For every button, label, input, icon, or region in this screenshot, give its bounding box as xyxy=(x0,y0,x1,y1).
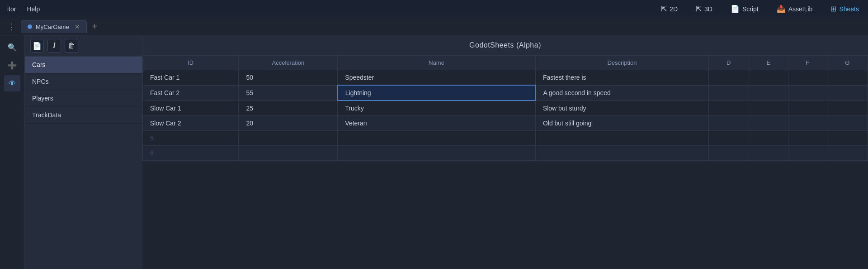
new-sheet-icon: 📄 xyxy=(33,42,42,50)
cell-r5-g[interactable] xyxy=(827,131,868,146)
plugin-toolbar: 📄 I 🗑 Cars NPCs Players TrackData xyxy=(25,35,142,269)
cell-r6-acc[interactable] xyxy=(239,146,338,161)
sheet-item-cars[interactable]: Cars xyxy=(25,57,142,73)
rename-button[interactable]: I xyxy=(47,39,61,53)
cell-r4-acc[interactable]: 20 xyxy=(239,116,338,131)
cell-r2-e[interactable] xyxy=(749,85,788,101)
add-node-icon-btn[interactable]: ➕ xyxy=(4,57,20,73)
cell-r6-f[interactable] xyxy=(788,146,827,161)
sheet-item-npcs[interactable]: NPCs xyxy=(25,73,142,90)
cell-r3-id[interactable]: Slow Car 1 xyxy=(143,101,239,116)
btn-3d-label: 3D xyxy=(704,5,712,13)
cell-r1-id[interactable]: Fast Car 1 xyxy=(143,70,239,86)
btn-2d-label: 2D xyxy=(670,5,678,13)
cell-r3-name[interactable]: Trucky xyxy=(338,101,536,116)
cell-r5-name[interactable] xyxy=(338,131,536,146)
cell-r5-f[interactable] xyxy=(788,131,827,146)
godotsheets-title: GodotSheets (Alpha) xyxy=(469,41,541,49)
cell-r6-rn[interactable]: 6 xyxy=(143,146,239,161)
cell-r4-e[interactable] xyxy=(749,116,788,131)
sheet-label-players: Players xyxy=(32,95,53,102)
btn-script[interactable]: 📄 Script xyxy=(727,3,762,15)
cell-r3-d[interactable] xyxy=(708,101,749,116)
cell-r2-name-editing[interactable] xyxy=(338,85,536,101)
cell-r1-e[interactable] xyxy=(749,70,788,86)
delete-button[interactable]: 🗑 xyxy=(65,39,78,53)
tab-close-button[interactable]: ✕ xyxy=(75,23,80,30)
cell-r4-f[interactable] xyxy=(788,116,827,131)
cell-r5-desc[interactable] xyxy=(535,131,708,146)
cell-r6-desc[interactable] xyxy=(535,146,708,161)
col-description: Description xyxy=(535,56,708,70)
table-header: ID Acceleration Name Description D E F G xyxy=(143,56,868,70)
table-row-empty: 5 xyxy=(143,131,868,146)
sheet-label-cars: Cars xyxy=(32,61,46,68)
cell-r3-g[interactable] xyxy=(827,101,868,116)
cell-r2-acc[interactable]: 55 xyxy=(239,85,338,101)
table-row: Fast Car 1 50 Speedster Fastest there is xyxy=(143,70,868,86)
cell-r4-desc[interactable]: Old but still going xyxy=(535,116,708,131)
table-row: Slow Car 2 20 Veteran Old but still goin… xyxy=(143,116,868,131)
menu-help[interactable]: Help xyxy=(25,5,42,14)
btn-assetlib-label: AssetLib xyxy=(788,5,813,13)
tab-bar: ⋮ MyCarGame ✕ + xyxy=(0,18,868,35)
cell-r6-name[interactable] xyxy=(338,146,536,161)
cell-r5-e[interactable] xyxy=(749,131,788,146)
cell-r1-d[interactable] xyxy=(708,70,749,86)
cell-r1-f[interactable] xyxy=(788,70,827,86)
col-acceleration: Acceleration xyxy=(239,56,338,70)
col-id: ID xyxy=(143,56,239,70)
cell-r2-desc[interactable]: A good second in speed xyxy=(535,85,708,101)
eye-icon-btn[interactable]: 👁 xyxy=(4,75,20,91)
cell-r2-f[interactable] xyxy=(788,85,827,101)
cell-editing-input[interactable] xyxy=(338,86,535,100)
table-row-empty: 6 xyxy=(143,146,868,161)
sheet-item-players[interactable]: Players xyxy=(25,90,142,107)
cell-r2-d[interactable] xyxy=(708,85,749,101)
top-bar-left: itor Help xyxy=(5,5,42,14)
cell-r1-acc[interactable]: 50 xyxy=(239,70,338,86)
sheets-icon: ⊞ xyxy=(830,5,836,13)
table-row: Slow Car 1 25 Trucky Slow but sturdy xyxy=(143,101,868,116)
cell-r6-g[interactable] xyxy=(827,146,868,161)
btn-sheets-label: Sheets xyxy=(839,5,859,13)
btn-assetlib[interactable]: 📥 AssetLib xyxy=(773,3,816,15)
btn-2d[interactable]: ⇱ 2D xyxy=(657,3,681,15)
top-bar: itor Help ⇱ 2D ⇱ 3D 📄 Script 📥 AssetLib … xyxy=(0,0,868,18)
cell-r3-f[interactable] xyxy=(788,101,827,116)
sheet-item-trackdata[interactable]: TrackData xyxy=(25,107,142,124)
new-sheet-button[interactable]: 📄 xyxy=(30,39,44,53)
btn-sheets[interactable]: ⊞ Sheets xyxy=(827,3,863,15)
col-name: Name xyxy=(338,56,536,70)
menu-editor[interactable]: itor xyxy=(5,5,18,14)
col-f: F xyxy=(788,56,827,70)
tab-mycar-game[interactable]: MyCarGame ✕ xyxy=(21,20,87,33)
cell-r4-d[interactable] xyxy=(708,116,749,131)
cell-r3-acc[interactable]: 25 xyxy=(239,101,338,116)
cell-r5-d[interactable] xyxy=(708,131,749,146)
cell-r3-desc[interactable]: Slow but sturdy xyxy=(535,101,708,116)
spreadsheet-table-wrapper[interactable]: ID Acceleration Name Description D E F G… xyxy=(142,55,868,269)
cell-r4-id[interactable]: Slow Car 2 xyxy=(143,116,239,131)
2d-icon: ⇱ xyxy=(661,5,667,13)
cell-r6-e[interactable] xyxy=(749,146,788,161)
cell-r1-g[interactable] xyxy=(827,70,868,86)
table-body: Fast Car 1 50 Speedster Fastest there is… xyxy=(143,70,868,161)
cell-r2-id[interactable]: Fast Car 2 xyxy=(143,85,239,101)
cell-r2-g[interactable] xyxy=(827,85,868,101)
tab-add-button[interactable]: + xyxy=(89,21,101,32)
btn-3d[interactable]: ⇱ 3D xyxy=(692,3,716,15)
cell-r5-acc[interactable] xyxy=(239,131,338,146)
table-row-editing: Fast Car 2 55 A good second in speed xyxy=(143,85,868,101)
cell-r4-g[interactable] xyxy=(827,116,868,131)
cell-r6-d[interactable] xyxy=(708,146,749,161)
spreadsheet-area: GodotSheets (Alpha) ID Acceleration Name… xyxy=(142,35,868,269)
cell-r1-desc[interactable]: Fastest there is xyxy=(535,70,708,86)
search-icon-btn[interactable]: 🔍 xyxy=(4,39,20,55)
cell-r4-name[interactable]: Veteran xyxy=(338,116,536,131)
tab-bar-menu[interactable]: ⋮ xyxy=(4,22,19,32)
cell-r3-e[interactable] xyxy=(749,101,788,116)
cell-r1-name[interactable]: Speedster xyxy=(338,70,536,86)
cell-r5-rn[interactable]: 5 xyxy=(143,131,239,146)
col-e: E xyxy=(749,56,788,70)
